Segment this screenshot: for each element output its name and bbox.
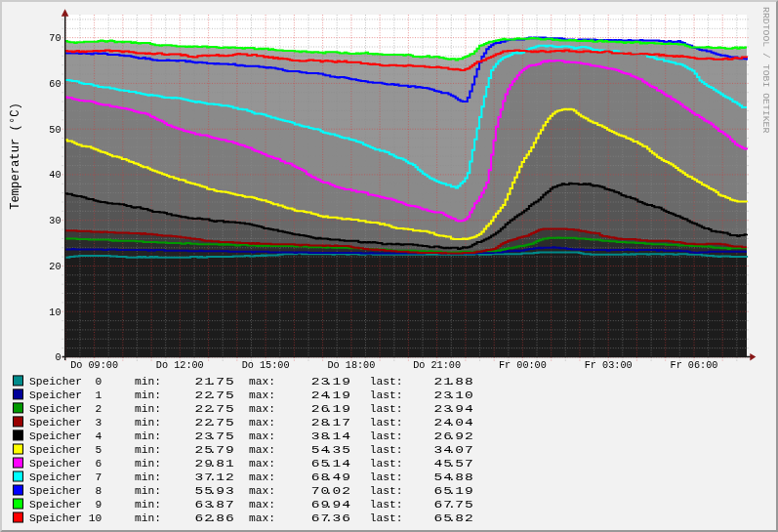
svg-text:Do 18:00: Do 18:00 <box>327 360 375 371</box>
svg-text:Speicher 1: Speicher 1 <box>29 389 102 401</box>
svg-text:RRDTOOL / TOBI OETIKER: RRDTOOL / TOBI OETIKER <box>760 7 771 133</box>
svg-text:21.88: 21.88 <box>434 376 473 389</box>
svg-text:37.12: 37.12 <box>195 471 234 484</box>
svg-text:65.82: 65.82 <box>434 512 473 525</box>
svg-text:68.49: 68.49 <box>311 471 350 484</box>
svg-text:min:: min: <box>135 458 161 470</box>
svg-text:min:: min: <box>135 417 161 429</box>
svg-text:max:: max: <box>249 430 275 442</box>
svg-text:Temperatur (°C): Temperatur (°C) <box>9 102 22 210</box>
svg-text:min:: min: <box>135 376 161 388</box>
svg-text:23.75: 23.75 <box>195 430 234 443</box>
svg-text:26.19: 26.19 <box>311 403 350 416</box>
svg-text:0: 0 <box>55 352 61 363</box>
svg-text:10: 10 <box>49 307 61 318</box>
svg-text:22.75: 22.75 <box>195 417 234 430</box>
svg-text:min:: min: <box>135 512 161 524</box>
svg-text:min:: min: <box>135 485 161 497</box>
svg-text:69.94: 69.94 <box>311 499 350 512</box>
svg-text:max:: max: <box>249 512 275 524</box>
svg-text:min:: min: <box>135 471 161 483</box>
svg-text:min:: min: <box>135 499 161 511</box>
svg-text:Speicher 7: Speicher 7 <box>29 471 102 483</box>
svg-text:max:: max: <box>249 417 275 429</box>
svg-text:29.81: 29.81 <box>195 458 234 471</box>
svg-text:65.14: 65.14 <box>311 458 350 471</box>
svg-text:Fr 06:00: Fr 06:00 <box>671 360 718 371</box>
svg-text:last:: last: <box>370 512 403 524</box>
svg-text:70: 70 <box>49 33 61 44</box>
svg-text:last:: last: <box>370 471 403 483</box>
svg-text:21.75: 21.75 <box>195 376 234 389</box>
svg-text:40: 40 <box>49 170 61 181</box>
svg-text:54.35: 54.35 <box>311 444 350 457</box>
svg-text:30: 30 <box>49 216 61 226</box>
svg-text:last:: last: <box>370 444 403 456</box>
svg-text:Speicher 4: Speicher 4 <box>29 430 102 442</box>
svg-text:max:: max: <box>249 485 275 497</box>
svg-text:28.17: 28.17 <box>311 417 350 430</box>
svg-text:Do 12:00: Do 12:00 <box>156 360 204 371</box>
svg-text:67.36: 67.36 <box>311 512 350 525</box>
svg-text:Do 09:00: Do 09:00 <box>70 360 118 371</box>
svg-text:Do 21:00: Do 21:00 <box>413 360 461 371</box>
svg-text:22.75: 22.75 <box>195 389 234 402</box>
svg-text:max:: max: <box>249 403 275 415</box>
svg-text:Fr 03:00: Fr 03:00 <box>585 360 633 371</box>
svg-text:Speicher 3: Speicher 3 <box>29 417 102 429</box>
svg-text:54.88: 54.88 <box>434 471 473 484</box>
svg-text:67.75: 67.75 <box>434 499 473 512</box>
svg-text:max:: max: <box>249 499 275 511</box>
svg-text:max:: max: <box>249 444 275 456</box>
svg-text:last:: last: <box>370 403 403 415</box>
svg-text:Speicher 2: Speicher 2 <box>29 403 102 415</box>
svg-text:last:: last: <box>370 376 403 388</box>
svg-text:45.57: 45.57 <box>434 458 473 471</box>
svg-text:Speicher 0: Speicher 0 <box>29 376 102 388</box>
svg-text:min:: min: <box>135 430 161 442</box>
svg-text:max:: max: <box>249 389 275 401</box>
svg-text:max:: max: <box>249 471 275 483</box>
svg-text:max:: max: <box>249 458 275 470</box>
svg-text:last:: last: <box>370 417 403 429</box>
svg-text:Do 15:00: Do 15:00 <box>242 360 290 371</box>
svg-text:last:: last: <box>370 389 403 401</box>
svg-text:63.87: 63.87 <box>195 499 234 512</box>
svg-text:last:: last: <box>370 430 403 442</box>
svg-text:60: 60 <box>49 79 61 90</box>
svg-text:Speicher 10: Speicher 10 <box>29 512 102 524</box>
svg-text:last:: last: <box>370 458 403 470</box>
svg-text:23.10: 23.10 <box>434 389 473 402</box>
svg-text:24.19: 24.19 <box>311 389 350 402</box>
svg-text:50: 50 <box>49 125 61 136</box>
svg-text:24.04: 24.04 <box>434 417 473 430</box>
svg-text:23.94: 23.94 <box>434 403 473 416</box>
svg-text:min:: min: <box>135 389 161 401</box>
svg-text:last:: last: <box>370 499 403 511</box>
svg-text:Speicher 5: Speicher 5 <box>29 444 102 456</box>
svg-text:max:: max: <box>249 376 275 388</box>
svg-text:Fr 00:00: Fr 00:00 <box>499 360 547 371</box>
svg-text:Speicher 6: Speicher 6 <box>29 458 102 470</box>
svg-text:38.14: 38.14 <box>311 430 350 443</box>
svg-text:55.93: 55.93 <box>195 485 234 498</box>
svg-text:min:: min: <box>135 403 161 415</box>
svg-text:65.19: 65.19 <box>434 485 473 498</box>
svg-text:Speicher 9: Speicher 9 <box>29 499 102 511</box>
svg-text:last:: last: <box>370 485 403 497</box>
svg-text:min:: min: <box>135 444 161 456</box>
svg-text:26.92: 26.92 <box>434 430 473 443</box>
svg-text:Speicher 8: Speicher 8 <box>29 485 102 497</box>
svg-text:20: 20 <box>49 262 61 272</box>
svg-text:23.19: 23.19 <box>311 376 350 389</box>
svg-text:25.79: 25.79 <box>195 444 234 457</box>
svg-text:62.86: 62.86 <box>195 512 234 525</box>
svg-text:22.75: 22.75 <box>195 403 234 416</box>
svg-text:70.02: 70.02 <box>311 485 350 498</box>
svg-text:34.07: 34.07 <box>434 444 473 457</box>
